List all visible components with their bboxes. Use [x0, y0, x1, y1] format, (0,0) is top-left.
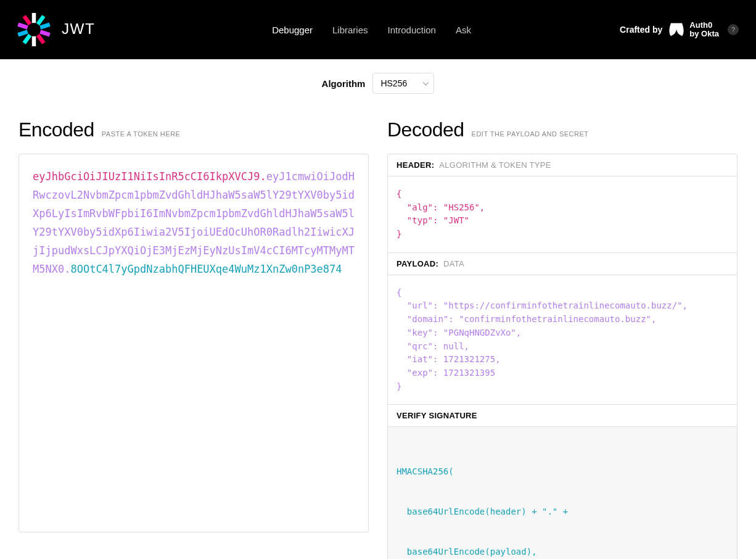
svg-rect-0: [32, 13, 36, 23]
payload-json[interactable]: { "url": "https://confirminfothetrainlin…: [388, 275, 737, 405]
crafted-label: Crafted by: [620, 25, 662, 35]
decoded-column: Decoded EDIT THE PAYLOAD AND SECRET HEAD…: [387, 118, 738, 559]
encoded-hint: PASTE A TOKEN HERE: [102, 130, 181, 138]
svg-rect-5: [32, 36, 36, 46]
signature-label: VERIFY SIGNATURE: [396, 411, 477, 420]
header-json[interactable]: { "alg": "HS256", "typ": "JWT" }: [388, 176, 737, 252]
token-payload-part: eyJ1cmwiOiJodHRwczovL2NvbmZpcm1pbmZvdGhl…: [33, 170, 355, 275]
algorithm-bar: Algorithm HS256: [0, 73, 756, 94]
jwt-logo-icon: [17, 13, 51, 46]
svg-rect-6: [23, 34, 32, 44]
svg-text:JWT: JWT: [62, 20, 95, 37]
encoded-column: Encoded PASTE A TOKEN HERE eyJhbGciOiJIU…: [18, 118, 369, 532]
auth0-text: Auth0: [689, 21, 719, 30]
nav-libraries[interactable]: Libraries: [332, 25, 368, 35]
signature-body: HMACSHA256( base64UrlEncode(header) + ".…: [388, 427, 737, 559]
svg-rect-8: [17, 23, 28, 30]
svg-rect-2: [39, 23, 50, 30]
encoded-token-input[interactable]: eyJhbGciOiJIUzI1NiIsInR5cCI6IkpXVCJ9.eyJ…: [18, 154, 369, 532]
token-signature-part: 8OOtC4l7yGpdNzabhQFHEUXqe4WuMz1XnZw0nP3e…: [70, 263, 342, 275]
decoded-title: Decoded: [387, 118, 464, 141]
header-subpanel: HEADER: ALGORITHM & TOKEN TYPE { "alg": …: [388, 154, 737, 252]
payload-label: PAYLOAD:: [396, 259, 438, 268]
signature-subpanel: VERIFY SIGNATURE HMACSHA256( base64UrlEn…: [388, 404, 737, 559]
logo-group[interactable]: JWT: [17, 13, 123, 46]
crafted-by[interactable]: Crafted by Auth0 by Okta: [620, 21, 719, 38]
sig-line3: base64UrlEncode(payload),: [396, 545, 728, 559]
header-label: HEADER:: [396, 160, 434, 170]
header-sublabel: ALGORITHM & TOKEN TYPE: [439, 160, 551, 170]
token-header-part: eyJhbGciOiJIUzI1NiIsInR5cCI6IkpXVCJ9: [33, 170, 260, 183]
payload-subpanel: PAYLOAD: DATA { "url": "https://confirmi…: [388, 252, 737, 405]
jwt-wordmark-icon: JWT: [62, 20, 123, 39]
nav-ask[interactable]: Ask: [456, 25, 471, 35]
sig-line1: HMACSHA256(: [396, 465, 728, 479]
svg-rect-4: [36, 34, 46, 44]
main-nav: Debugger Libraries Introduction Ask: [272, 25, 471, 35]
svg-rect-7: [17, 30, 28, 36]
okta-text: by Okta: [689, 30, 719, 38]
nav-debugger[interactable]: Debugger: [272, 25, 313, 35]
svg-rect-3: [39, 30, 50, 36]
algorithm-select[interactable]: HS256: [372, 73, 434, 94]
svg-rect-9: [23, 15, 32, 25]
algorithm-label: Algorithm: [322, 78, 366, 89]
decoded-hint: EDIT THE PAYLOAD AND SECRET: [472, 130, 589, 138]
encoded-title: Encoded: [18, 118, 94, 141]
auth0-shield-icon: [668, 22, 684, 38]
top-navbar: JWT Debugger Libraries Introduction Ask …: [0, 0, 756, 59]
payload-sublabel: DATA: [443, 259, 464, 268]
nav-introduction[interactable]: Introduction: [388, 25, 436, 35]
svg-rect-1: [36, 15, 46, 25]
help-icon[interactable]: ?: [728, 24, 739, 35]
sig-line2: base64UrlEncode(header) + "." +: [396, 505, 728, 519]
